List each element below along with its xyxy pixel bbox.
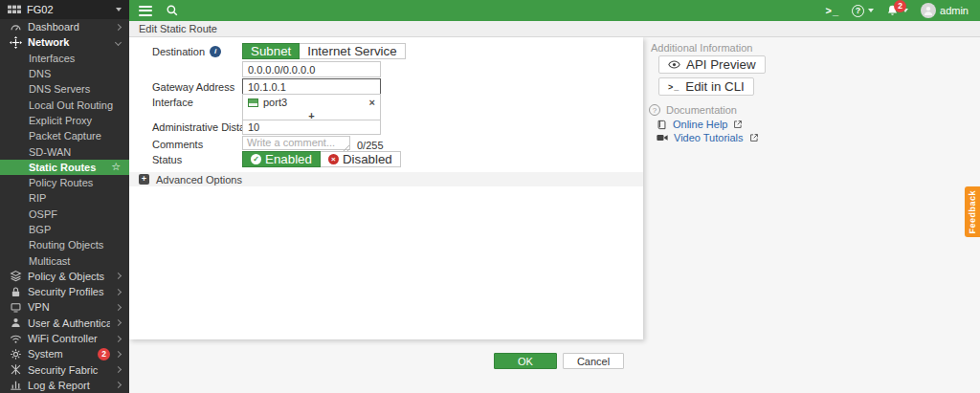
wifi-icon [9,333,22,345]
sidebar-item-vpn[interactable]: VPN [0,299,129,315]
bar-chart-icon [9,379,22,391]
gateway-address-label: Gateway Address [152,81,234,93]
destination-subnet-button[interactable]: Subnet [242,43,300,59]
layers-icon [9,270,22,282]
avatar [921,3,936,18]
sidebar-item-bgp[interactable]: BGP [0,222,129,237]
sidebar-item-dashboard[interactable]: Dashboard [0,19,129,34]
monitor-icon [9,301,22,314]
chevron-right-icon [115,366,122,373]
status-enabled-button[interactable]: ✓ Enabled [242,151,321,167]
remove-interface-icon[interactable]: × [369,98,375,108]
chevron-right-icon [115,289,122,295]
chevron-down-icon [868,9,874,12]
admin-distance-input[interactable] [242,120,381,135]
video-tutorials-link[interactable]: Video Tutorials [657,132,759,143]
search-icon[interactable] [166,4,179,17]
gauge-icon [9,21,22,33]
sidebar-item-ospf[interactable]: OSPF [0,207,129,222]
top-bar: >_ ? 2 admin [129,0,980,21]
hamburger-menu-icon[interactable] [139,6,152,16]
x-circle-icon: × [328,154,339,164]
gateway-address-input[interactable] [242,78,381,95]
chevron-down-icon [115,39,122,46]
page-title: Edit Static Route [139,23,217,34]
device-selector[interactable]: FG02 [0,0,129,19]
online-help-link[interactable]: Online Help [657,119,743,130]
destination-label: Destination [152,46,205,57]
advanced-options-section[interactable]: + Advanced Options [129,172,643,186]
sidebar-item-user-authentication[interactable]: User & Authentication [0,316,129,331]
interface-name: port3 [263,97,365,108]
sidebar-item-sd-wan[interactable]: SD-WAN [0,143,129,159]
chevron-right-icon [115,351,122,358]
notifications-menu[interactable]: 2 [886,4,908,17]
edit-static-route-form: Destination i Subnet Internet Service Ga… [129,37,643,339]
sidebar-item-rip[interactable]: RIP [0,190,129,206]
status-label: Status [152,154,182,165]
status-toggle: ✓ Enabled × Disabled [242,151,401,167]
cli-icon: >_ [668,82,679,92]
status-disabled-button[interactable]: × Disabled [321,151,401,167]
documentation-section-title: ? Documentation [649,104,737,116]
sidebar-item-policy-objects[interactable]: Policy & Objects [0,269,129,284]
eye-icon [668,59,680,70]
sidebar-item-policy-routes[interactable]: Policy Routes [0,175,129,190]
breadcrumb: Edit Static Route [129,21,980,37]
sidebar-item-multicast[interactable]: Multicast [0,252,129,268]
additional-information-title: Additional Information [651,42,752,54]
sidebar-item-interfaces[interactable]: Interfaces [0,51,129,66]
sidebar-item-dns[interactable]: DNS [0,66,129,81]
question-circle-icon: ? [649,104,660,116]
ok-button[interactable]: OK [494,353,557,369]
fabric-icon [9,363,22,376]
sidebar-item-wifi-controller[interactable]: WiFi Controller [0,331,129,346]
sidebar-item-dns-servers[interactable]: DNS Servers [0,81,129,97]
destination-type-toggle: Subnet Internet Service [242,43,406,59]
api-preview-button[interactable]: API Preview [658,55,766,74]
help-icon: ? [852,5,864,17]
interface-label: Interface [152,97,193,108]
sidebar-item-explicit-proxy[interactable]: Explicit Proxy [0,113,129,128]
network-icon [9,36,22,49]
sidebar-item-log-report[interactable]: Log & Report [0,378,129,393]
chevron-right-icon [115,336,122,342]
help-menu[interactable]: ? [852,5,874,17]
cancel-button[interactable]: Cancel [563,353,624,369]
sidebar-item-routing-objects[interactable]: Routing Objects [0,237,129,252]
lock-icon [9,286,22,298]
video-camera-icon [657,133,668,142]
destination-subnet-input[interactable] [242,61,381,77]
external-link-icon [749,133,759,142]
main-content: Destination i Subnet Internet Service Ga… [129,37,980,393]
sidebar-item-network[interactable]: Network [0,34,129,50]
sidebar: FG02 Dashboard Network Interfaces DNS DN… [0,0,129,393]
favorite-star-icon[interactable]: ☆ [111,161,121,173]
chevron-down-icon [116,8,122,11]
cli-console-icon[interactable]: >_ [825,5,839,16]
gear-icon [9,348,22,360]
sidebar-nav: Dashboard Network Interfaces DNS DNS Ser… [0,19,129,393]
edit-in-cli-button[interactable]: >_ Edit in CLI [658,77,754,96]
chevron-right-icon [115,304,122,311]
chevron-right-icon [115,24,122,31]
check-circle-icon: ✓ [251,154,261,164]
chevron-right-icon [115,273,122,279]
comments-label: Comments [152,139,203,150]
sidebar-item-local-out-routing[interactable]: Local Out Routing [0,97,129,112]
chevron-right-icon [115,382,122,388]
external-link-icon [733,120,743,129]
sidebar-item-security-fabric[interactable]: Security Fabric [0,362,129,378]
sidebar-item-packet-capture[interactable]: Packet Capture [0,128,129,143]
sidebar-item-security-profiles[interactable]: Security Profiles [0,284,129,299]
username: admin [940,5,969,16]
comments-input[interactable] [242,136,350,150]
sidebar-item-static-routes[interactable]: Static Routes ☆ [0,160,129,175]
destination-internet-service-button[interactable]: Internet Service [300,43,405,59]
user-menu[interactable]: admin [921,3,969,18]
notification-count-badge: 2 [894,0,906,12]
feedback-tab[interactable]: Feedback [965,186,980,237]
advanced-options-label: Advanced Options [156,174,242,186]
info-icon: i [210,46,221,57]
sidebar-item-system[interactable]: System 2 [0,346,129,361]
